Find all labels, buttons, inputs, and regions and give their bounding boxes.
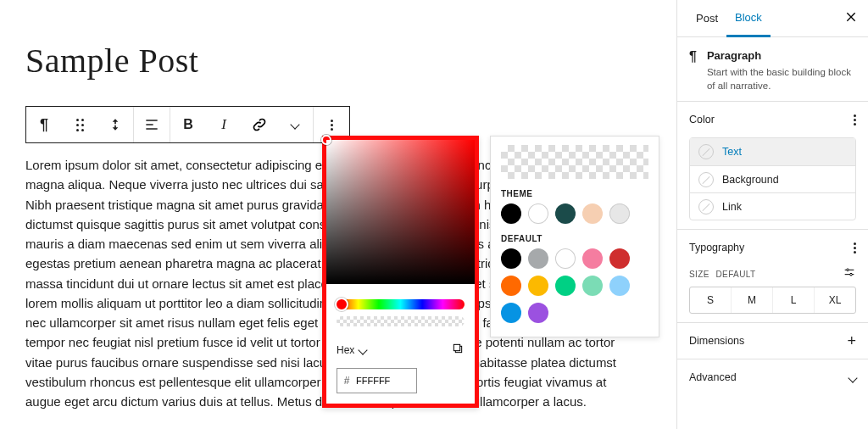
no-color-icon [698,144,714,159]
dimensions-panel-title: Dimensions [689,335,744,347]
italic-button[interactable]: I [206,107,242,142]
advanced-panel[interactable]: Advanced [677,359,868,395]
settings-sidebar: Post Block ¶ Paragraph Start with the ba… [676,0,868,429]
svg-rect-1 [453,344,459,350]
chevron-down-icon [849,371,856,384]
color-swatch-popover: THEME DEFAULT [490,136,659,337]
block-name: Paragraph [707,49,856,62]
theme-swatch[interactable] [555,203,576,224]
typography-panel: Typography SIZE DEFAULT SMLXL [677,229,868,322]
block-description: Start with the basic building block of a… [707,65,856,92]
no-color-icon [698,172,714,187]
font-size-option[interactable]: S [690,287,731,313]
default-swatch[interactable] [501,303,521,323]
dimensions-panel[interactable]: Dimensions + [677,322,868,359]
default-colors-heading: DEFAULT [501,234,648,243]
default-swatch[interactable] [555,276,576,296]
custom-size-button[interactable] [843,265,856,281]
block-header: ¶ Paragraph Start with the basic buildin… [677,37,868,101]
align-button[interactable] [134,107,170,142]
default-swatch[interactable] [582,248,603,269]
default-swatch[interactable] [609,248,630,269]
hex-input[interactable] [356,376,407,386]
hex-input-wrap: # [337,368,417,393]
hex-prefix: # [337,375,356,387]
paragraph-icon: ¶ [689,49,697,92]
color-panel-menu[interactable] [854,114,856,125]
color-row-link[interactable]: Link [690,192,855,220]
default-swatch[interactable] [609,276,630,296]
color-row-background-label: Background [722,174,779,186]
theme-swatch[interactable] [582,203,603,224]
svg-point-2 [847,269,849,271]
post-title[interactable]: Sample Post [25,41,651,81]
link-button[interactable] [242,107,277,142]
font-size-option[interactable]: M [731,287,772,313]
block-toolbar: ¶ B I [25,106,350,143]
close-sidebar-button[interactable] [844,10,858,26]
chevron-down-icon [359,344,366,356]
plus-icon: + [847,332,856,350]
advanced-panel-title: Advanced [689,371,737,383]
theme-swatch[interactable] [501,203,521,224]
drag-handle[interactable] [62,107,97,142]
alpha-slider[interactable] [337,316,465,326]
color-row-text[interactable]: Text [690,138,855,165]
svg-point-3 [850,274,853,276]
hue-slider[interactable] [337,299,465,309]
saturation-value-field[interactable] [326,140,475,284]
default-swatch[interactable] [501,276,521,296]
bold-button[interactable]: B [170,107,206,142]
theme-swatch[interactable] [528,203,548,224]
theme-colors-heading: THEME [501,189,648,198]
font-size-option[interactable]: XL [814,287,855,313]
default-swatch[interactable] [555,248,576,269]
theme-swatch[interactable] [609,203,630,224]
color-picker-popover: Hex # [322,136,479,408]
typography-panel-title: Typography [689,242,744,254]
color-format-select[interactable]: Hex [337,344,366,356]
default-swatch[interactable] [528,303,548,323]
saturation-handle[interactable] [321,135,331,145]
no-color-icon [698,199,714,214]
typography-panel-menu[interactable] [854,242,856,254]
default-swatch[interactable] [582,276,603,296]
font-size-default: DEFAULT [715,270,755,279]
color-format-label: Hex [337,344,354,356]
current-color-preview[interactable] [501,145,648,179]
color-row-background[interactable]: Background [690,165,855,192]
hue-handle[interactable] [335,298,348,311]
default-swatch[interactable] [528,248,548,269]
color-row-link-label: Link [722,201,742,213]
color-row-text-label: Text [722,146,742,158]
paragraph-block-icon[interactable]: ¶ [26,107,62,142]
move-arrows[interactable] [97,107,133,142]
copy-color-button[interactable] [451,342,465,358]
default-swatch[interactable] [528,276,548,296]
font-size-option[interactable]: L [772,287,814,313]
more-rich-text[interactable] [277,107,313,142]
tab-block[interactable]: Block [726,0,771,37]
color-panel-title: Color [689,114,715,125]
tab-post[interactable]: Post [687,0,726,37]
sidebar-tabs: Post Block [677,0,868,37]
color-panel: Color Text Background Link [677,101,868,229]
default-swatch[interactable] [501,248,521,269]
font-size-label: SIZE [689,270,709,279]
